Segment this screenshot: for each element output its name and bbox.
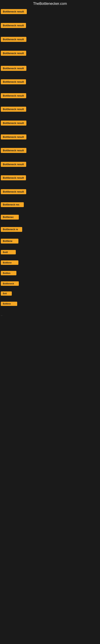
site-title: TheBottlenecker.com	[33, 2, 67, 6]
bottleneck-badge-19[interactable]: Bottl	[1, 250, 16, 254]
bottleneck-badge-8[interactable]: Bottleneck result	[1, 107, 26, 112]
bottleneck-badge-4[interactable]: Bottleneck result	[1, 51, 26, 56]
bottleneck-item-2[interactable]: Bottleneck result	[1, 23, 100, 28]
bottleneck-item-8[interactable]: Bottleneck result	[1, 107, 100, 112]
bottleneck-item-23[interactable]: Bott	[1, 292, 100, 296]
bottleneck-item-14[interactable]: Bottleneck result	[1, 189, 100, 194]
bottleneck-badge-7[interactable]: Bottleneck result	[1, 93, 26, 98]
bottleneck-badge-21[interactable]: Bottlen	[1, 271, 16, 275]
bottleneck-item-18[interactable]: Bottlene	[1, 239, 100, 244]
bottleneck-badge-17[interactable]: Bottleneck re	[1, 227, 22, 232]
bottleneck-item-1[interactable]: Bottleneck result	[1, 9, 100, 14]
bottleneck-item-12[interactable]: Bottleneck result	[1, 162, 100, 167]
bottleneck-item-4[interactable]: Bottleneck result	[1, 51, 100, 56]
bottleneck-item-17[interactable]: Bottleneck re	[1, 227, 100, 232]
bottleneck-badge-16[interactable]: Bottlenec	[1, 215, 19, 220]
bottleneck-item-21[interactable]: Bottlen	[1, 271, 100, 275]
dots-indicator: ...	[1, 314, 100, 316]
bottleneck-badge-24[interactable]: Bottlene	[1, 302, 17, 306]
bottleneck-item-22[interactable]: Bottleneck	[1, 281, 100, 286]
bottleneck-badge-13[interactable]: Bottleneck result	[1, 175, 26, 180]
bottleneck-badge-12[interactable]: Bottleneck result	[1, 162, 26, 167]
bottleneck-badge-10[interactable]: Bottleneck result	[1, 134, 26, 140]
bottleneck-badge-6[interactable]: Bottleneck result	[1, 79, 26, 84]
bottleneck-item-15[interactable]: Bottleneck res	[1, 202, 100, 207]
bottleneck-badge-15[interactable]: Bottleneck res	[1, 202, 24, 207]
bottleneck-badge-23[interactable]: Bott	[1, 292, 12, 296]
bottleneck-item-6[interactable]: Bottleneck result	[1, 79, 100, 84]
bottleneck-badge-20[interactable]: Bottlene	[1, 260, 18, 265]
bottleneck-item-5[interactable]: Bottleneck result	[1, 66, 100, 71]
bottleneck-item-7[interactable]: Bottleneck result	[1, 93, 100, 98]
bottleneck-item-13[interactable]: Bottleneck result	[1, 175, 100, 180]
bottleneck-item-10[interactable]: Bottleneck result	[1, 134, 100, 140]
bottleneck-item-3[interactable]: Bottleneck result	[1, 37, 100, 42]
bottleneck-item-11[interactable]: Bottleneck result	[1, 148, 100, 153]
bottleneck-badge-2[interactable]: Bottleneck result	[1, 23, 26, 28]
bottleneck-badge-11[interactable]: Bottleneck result	[1, 148, 26, 153]
bottleneck-item-9[interactable]: Bottleneck result	[1, 120, 100, 126]
bottleneck-item-16[interactable]: Bottlenec	[1, 215, 100, 220]
bottleneck-badge-22[interactable]: Bottleneck	[1, 281, 19, 286]
site-header: TheBottlenecker.com	[0, 0, 100, 8]
bottleneck-item-24[interactable]: Bottlene	[1, 302, 100, 306]
bottleneck-badge-18[interactable]: Bottlene	[1, 239, 18, 244]
bottleneck-items-container: Bottleneck resultBottleneck resultBottle…	[0, 8, 100, 312]
bottleneck-badge-9[interactable]: Bottleneck result	[1, 120, 26, 126]
bottleneck-badge-5[interactable]: Bottleneck result	[1, 66, 26, 71]
bottleneck-item-20[interactable]: Bottlene	[1, 260, 100, 265]
bottleneck-item-19[interactable]: Bottl	[1, 250, 100, 254]
bottleneck-badge-1[interactable]: Bottleneck result	[1, 9, 27, 14]
bottleneck-badge-3[interactable]: Bottleneck result	[1, 37, 26, 42]
bottleneck-badge-14[interactable]: Bottleneck result	[1, 189, 26, 194]
